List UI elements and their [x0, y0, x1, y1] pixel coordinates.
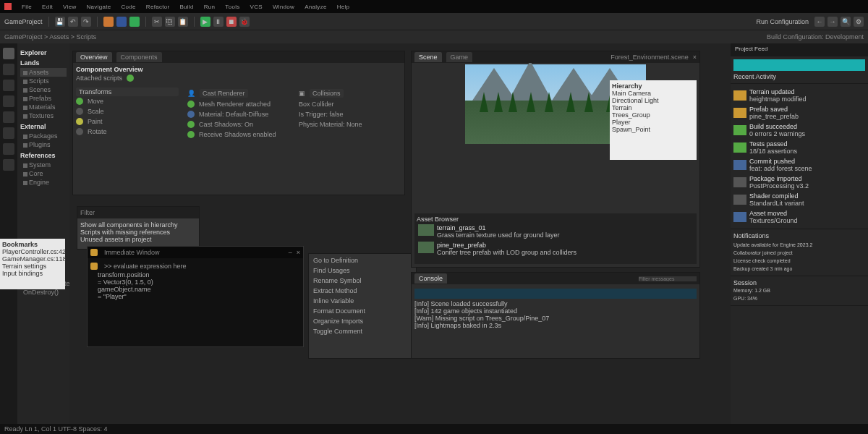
list-item[interactable]: Paint: [88, 118, 103, 125]
menu-item-organize[interactable]: Organize Imports: [310, 316, 414, 326]
menu-item-inline[interactable]: Inline Variable: [310, 296, 414, 306]
hierarchy-item[interactable]: Spawn_Point: [612, 126, 694, 133]
list-item[interactable]: Rotate: [88, 128, 107, 135]
activity-item[interactable]: Prefab savedpine_tree_prefab: [733, 104, 865, 122]
menu-build[interactable]: Build: [179, 4, 193, 10]
play-icon[interactable]: ▶: [200, 17, 210, 27]
shield-icon[interactable]: [129, 17, 140, 27]
run-config-label[interactable]: Run Configuration: [756, 18, 809, 25]
close-icon[interactable]: ×: [693, 54, 697, 61]
bookmark-item[interactable]: GameManager.cs:118: [17, 255, 63, 263]
search-side-icon[interactable]: [3, 64, 14, 75]
menu-file[interactable]: File: [22, 4, 32, 10]
bookmarks-icon[interactable]: [3, 143, 14, 155]
redo-icon[interactable]: ↷: [81, 17, 91, 27]
vcs-icon[interactable]: [3, 80, 14, 91]
menu-help[interactable]: Help: [337, 4, 350, 10]
hierarchy-item[interactable]: Trees_Group: [612, 111, 694, 119]
menu-window[interactable]: Window: [273, 4, 294, 10]
menu-item-format[interactable]: Format Document: [310, 306, 414, 316]
menu-refactor[interactable]: Refactor: [146, 4, 170, 10]
tab-components[interactable]: Components: [116, 52, 162, 62]
notification-item[interactable]: Backup created 3 min ago: [733, 265, 865, 273]
breadcrumb[interactable]: GameProject > Assets > Scripts: [4, 33, 96, 41]
asset-card[interactable]: pine_tree_prefab Conifer tree prefab wit…: [417, 240, 694, 258]
tree-group-head[interactable]: Lands: [20, 59, 67, 67]
activity-item[interactable]: Shader compiledStandardLit variant: [733, 191, 865, 208]
activity-item[interactable]: Commit pushedfeat: add forest scene: [733, 156, 865, 174]
globe-icon[interactable]: [116, 17, 127, 27]
menu-item-rename[interactable]: Rename Symbol: [310, 276, 414, 286]
pause-icon[interactable]: ⏸: [213, 17, 224, 27]
console-scrollbar[interactable]: [414, 289, 697, 299]
explorer-icon[interactable]: [3, 48, 14, 59]
tree-item[interactable]: Scripts: [20, 77, 67, 85]
menu-code[interactable]: Code: [121, 4, 135, 10]
debug-side-icon[interactable]: [3, 95, 14, 107]
activity-item[interactable]: Build succeeded0 errors 2 warnings: [733, 122, 865, 139]
menu-edit[interactable]: Edit: [42, 4, 53, 10]
menu-analyze[interactable]: Analyze: [305, 4, 327, 10]
activity-item[interactable]: Asset movedTextures/Ground: [733, 208, 865, 226]
notification-item[interactable]: Collaborator joined project: [733, 249, 865, 257]
bookmark-item[interactable]: PlayerController.cs:42: [17, 248, 63, 255]
hierarchy-item[interactable]: Directional Light: [612, 97, 694, 104]
console-filter-input[interactable]: [639, 276, 697, 281]
extensions-icon[interactable]: [3, 111, 14, 123]
database-icon[interactable]: [3, 127, 14, 139]
menu-item-goto[interactable]: Go to Definition: [310, 255, 414, 265]
back-icon[interactable]: ←: [814, 17, 825, 27]
debug-icon[interactable]: 🐞: [239, 17, 250, 27]
tree-group-head[interactable]: External: [20, 123, 67, 130]
tree-item[interactable]: Textures: [20, 111, 67, 120]
tree-item[interactable]: Materials: [20, 103, 67, 111]
menu-view[interactable]: View: [63, 4, 76, 10]
tree-group-head[interactable]: References: [20, 152, 67, 159]
stop-icon[interactable]: ⏹: [226, 17, 237, 27]
tree-item[interactable]: Prefabs: [20, 94, 67, 103]
undo-icon[interactable]: ↶: [68, 17, 78, 27]
tab-overview[interactable]: Overview: [76, 52, 112, 62]
close-icon[interactable]: ×: [297, 249, 300, 256]
bookmark-item[interactable]: Input bindings: [17, 270, 63, 277]
terminal-icon[interactable]: [3, 159, 14, 171]
paste-icon[interactable]: 📋: [178, 17, 188, 27]
menu-item-extract[interactable]: Extract Method: [310, 286, 414, 296]
tree-item[interactable]: System: [20, 161, 67, 169]
tab-scene[interactable]: Scene: [414, 52, 442, 62]
menu-run[interactable]: Run: [204, 4, 216, 10]
tab-console[interactable]: Console: [414, 273, 447, 284]
tree-item[interactable]: Core: [20, 169, 67, 178]
tree-item[interactable]: Assets: [20, 68, 67, 77]
hierarchy-item[interactable]: Main Camera: [612, 90, 694, 97]
list-item[interactable]: Scale: [88, 108, 104, 115]
activity-item[interactable]: Tests passed18/18 assertions: [733, 139, 865, 156]
hierarchy-item[interactable]: Player: [612, 119, 694, 126]
notification-item[interactable]: Update available for Engine 2023.2: [733, 241, 865, 249]
prompt-text[interactable]: >> evaluate expression here: [104, 263, 187, 270]
filter-item[interactable]: Scripts with missing references: [80, 229, 196, 236]
forward-icon[interactable]: →: [827, 17, 838, 27]
menu-item-find[interactable]: Find Usages: [310, 265, 414, 276]
filter-item[interactable]: Unused assets in project: [80, 236, 196, 243]
asset-card[interactable]: terrain_grass_01 Grass terrain texture u…: [417, 223, 694, 240]
save-icon[interactable]: 💾: [55, 17, 65, 27]
copy-icon[interactable]: ⿻: [165, 17, 175, 27]
cut-icon[interactable]: ✂: [152, 17, 162, 27]
config-icon[interactable]: [103, 17, 114, 27]
search-icon[interactable]: 🔍: [841, 17, 851, 27]
activity-item[interactable]: Terrain updatedheightmap modified: [733, 87, 865, 104]
tree-item[interactable]: Plugins: [20, 140, 67, 149]
settings-icon[interactable]: ⚙: [854, 17, 864, 27]
list-item[interactable]: Move: [88, 98, 103, 105]
tree-item[interactable]: Scenes: [20, 85, 67, 94]
menu-item-comment[interactable]: Toggle Comment: [310, 326, 414, 336]
hierarchy-item[interactable]: Terrain: [612, 104, 694, 111]
menu-navigate[interactable]: Navigate: [87, 4, 111, 10]
bookmark-item[interactable]: Terrain settings: [17, 263, 63, 270]
tab-game[interactable]: Game: [446, 52, 473, 62]
filter-item[interactable]: Show all components in hierarchy: [80, 221, 196, 229]
minimize-icon[interactable]: –: [289, 249, 292, 256]
menu-vcs[interactable]: VCS: [250, 4, 263, 10]
tree-item[interactable]: Packages: [20, 132, 67, 140]
